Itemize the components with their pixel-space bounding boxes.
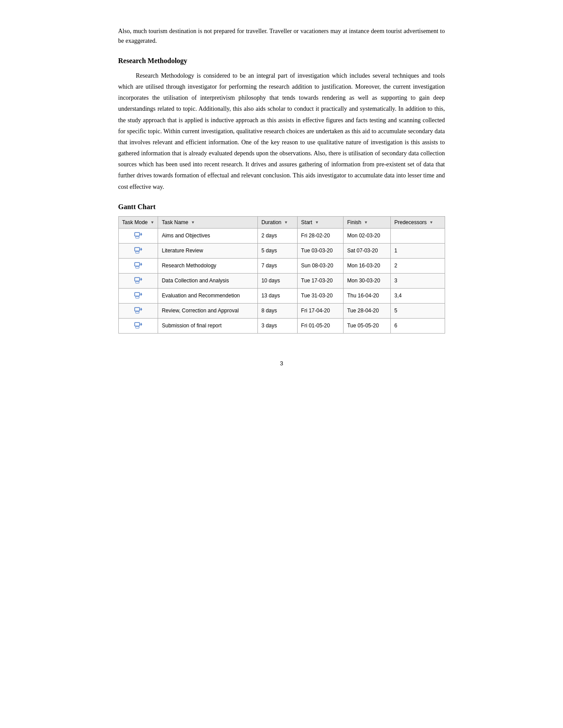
- task-name-dropdown-arrow[interactable]: ▼: [191, 220, 195, 225]
- col-header-task-mode[interactable]: Task Mode ▼: [118, 216, 158, 228]
- task-name-cell: Review, Correction and Approval: [158, 303, 257, 318]
- table-row: Review, Correction and Approval8 daysFri…: [118, 303, 445, 318]
- table-row: Submission of final report3 daysFri 01-0…: [118, 318, 445, 333]
- duration-cell: 10 days: [257, 273, 297, 288]
- start-cell: Sun 08-03-20: [297, 258, 343, 273]
- task-name-cell: Aims and Objectives: [158, 228, 257, 243]
- task-mode-icon-cell: [118, 318, 158, 333]
- col-header-finish[interactable]: Finish ▼: [344, 216, 391, 228]
- svg-rect-18: [135, 323, 140, 326]
- svg-rect-6: [135, 263, 140, 266]
- start-cell: Tue 31-03-20: [297, 288, 343, 303]
- duration-cell: 2 days: [257, 228, 297, 243]
- intro-paragraph: Also, much tourism destination is not pr…: [118, 26, 445, 46]
- start-cell: Tue 17-03-20: [297, 273, 343, 288]
- start-cell: Fri 17-04-20: [297, 303, 343, 318]
- task-mode-icon-cell: [118, 258, 158, 273]
- table-row: Evaluation and Recommendetion13 daysTue …: [118, 288, 445, 303]
- duration-cell: 13 days: [257, 288, 297, 303]
- duration-cell: 8 days: [257, 303, 297, 318]
- table-row: Literature Review5 daysTue 03-03-20Sat 0…: [118, 243, 445, 258]
- predecessors-cell: 3,4: [390, 288, 445, 303]
- start-cell: Fri 28-02-20: [297, 228, 343, 243]
- predecessors-cell: 3: [390, 273, 445, 288]
- task-name-cell: Evaluation and Recommendetion: [158, 288, 257, 303]
- task-mode-icon: [134, 246, 143, 255]
- finish-cell: Tue 05-05-20: [344, 318, 391, 333]
- svg-rect-8: [136, 266, 139, 268]
- task-name-cell: Research Methodology: [158, 258, 257, 273]
- predecessors-dropdown-arrow[interactable]: ▼: [429, 220, 433, 225]
- task-name-cell: Data Collection and Analysis: [158, 273, 257, 288]
- finish-cell: Mon 16-03-20: [344, 258, 391, 273]
- duration-cell: 7 days: [257, 258, 297, 273]
- table-row: Data Collection and Analysis10 daysTue 1…: [118, 273, 445, 288]
- table-row: Research Methodology7 daysSun 08-03-20Mo…: [118, 258, 445, 273]
- table-row: Aims and Objectives2 daysFri 28-02-20Mon…: [118, 228, 445, 243]
- task-name-cell: Literature Review: [158, 243, 257, 258]
- svg-rect-15: [135, 308, 140, 311]
- finish-cell: Tue 28-04-20: [344, 303, 391, 318]
- duration-cell: 5 days: [257, 243, 297, 258]
- col-header-predecessors[interactable]: Predecessors ▼: [390, 216, 445, 228]
- task-mode-icon-cell: [118, 303, 158, 318]
- svg-rect-17: [136, 311, 139, 313]
- task-mode-icon: [134, 231, 143, 240]
- svg-rect-3: [135, 248, 140, 251]
- task-mode-icon-cell: [118, 288, 158, 303]
- task-mode-icon-cell: [118, 228, 158, 243]
- gantt-chart-heading: Gantt Chart: [118, 203, 445, 211]
- predecessors-cell: 5: [390, 303, 445, 318]
- gantt-table: Task Mode ▼ Task Name ▼ Duration ▼: [118, 216, 445, 334]
- finish-cell: Sat 07-03-20: [344, 243, 391, 258]
- task-name-cell: Submission of final report: [158, 318, 257, 333]
- task-mode-icon-cell: [118, 243, 158, 258]
- task-mode-icon: [134, 261, 143, 270]
- svg-rect-2: [136, 236, 139, 238]
- page-number: 3: [118, 360, 445, 367]
- predecessors-cell: [390, 228, 445, 243]
- research-methodology-body: Research Methodology is considered to be…: [118, 70, 445, 192]
- finish-cell: Thu 16-04-20: [344, 288, 391, 303]
- predecessors-cell: 2: [390, 258, 445, 273]
- finish-cell: Mon 02-03-20: [344, 228, 391, 243]
- task-mode-icon: [134, 276, 143, 285]
- research-methodology-heading: Research Methodology: [118, 57, 445, 65]
- col-header-duration[interactable]: Duration ▼: [257, 216, 297, 228]
- predecessors-cell: 6: [390, 318, 445, 333]
- svg-rect-11: [136, 281, 139, 283]
- predecessors-cell: 1: [390, 243, 445, 258]
- start-dropdown-arrow[interactable]: ▼: [315, 220, 319, 225]
- svg-rect-20: [136, 326, 139, 328]
- start-cell: Tue 03-03-20: [297, 243, 343, 258]
- svg-rect-9: [135, 278, 140, 281]
- svg-rect-5: [136, 251, 139, 253]
- finish-cell: Mon 30-03-20: [344, 273, 391, 288]
- page-content: Also, much tourism destination is not pr…: [83, 0, 480, 728]
- duration-dropdown-arrow[interactable]: ▼: [284, 220, 288, 225]
- task-mode-icon: [134, 306, 143, 315]
- svg-rect-14: [136, 296, 139, 298]
- finish-dropdown-arrow[interactable]: ▼: [364, 220, 368, 225]
- task-mode-icon: [134, 321, 143, 330]
- svg-rect-0: [135, 233, 140, 236]
- task-mode-icon: [134, 291, 143, 300]
- start-cell: Fri 01-05-20: [297, 318, 343, 333]
- col-header-task-name[interactable]: Task Name ▼: [158, 216, 257, 228]
- svg-rect-12: [135, 293, 140, 296]
- task-mode-icon-cell: [118, 273, 158, 288]
- task-mode-dropdown-arrow[interactable]: ▼: [151, 220, 155, 225]
- duration-cell: 3 days: [257, 318, 297, 333]
- col-header-start[interactable]: Start ▼: [297, 216, 343, 228]
